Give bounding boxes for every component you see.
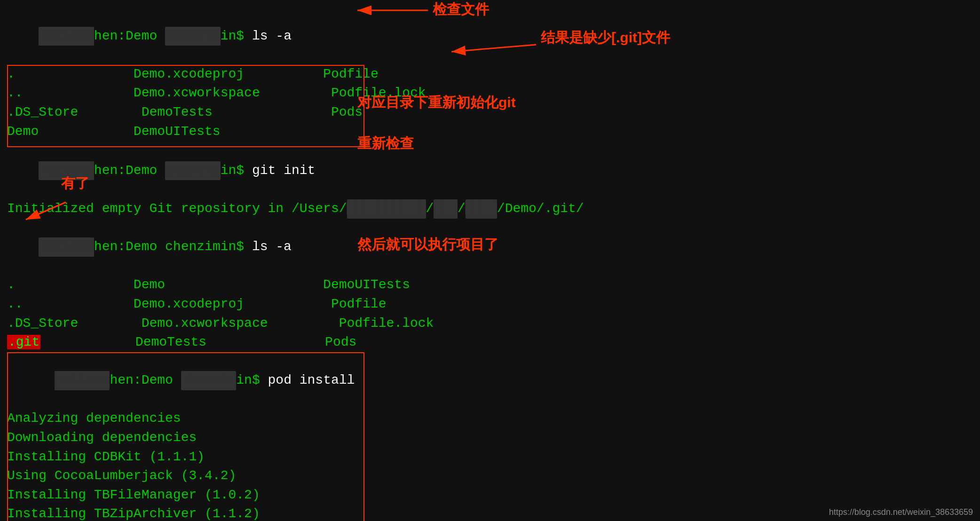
ls2-line-2: .. Demo.xcodeproj Podfile <box>7 295 973 314</box>
prompt-2: rattanchen:Demo chenzimin$ <box>39 163 252 178</box>
line-1: rattanchen:Demo chenzimin$ ls -a <box>7 8 973 65</box>
url-text: https://blog.csdn.net/weixin_38633659 <box>829 507 973 517</box>
pod-line-1: Analyzing dependencies <box>7 409 973 428</box>
ls2-line-3: .DS_Store Demo.xcworkspace Podfile.lock <box>7 314 973 333</box>
pod-line-2: Downloading dependencies <box>7 428 973 448</box>
ls-line-2: .. Demo.xcworkspace Podfile.lock <box>7 84 973 103</box>
line-git-init: rattanchen:Demo chenzimin$ git init <box>7 142 973 199</box>
ls-line-1: . Demo.xcodeproj Podfile <box>7 65 973 84</box>
pod-line-5: Installing TBFileManager (1.0.2) <box>7 486 973 505</box>
line-ls-2: rattanchen:Demo chenzimin$ ls -a <box>7 219 973 276</box>
ls-line-4: Demo DemoUITests <box>7 122 973 142</box>
git-highlight: .git <box>7 335 40 349</box>
git-init-output: Initialized empty Git repository in /Use… <box>7 199 973 219</box>
prompt-1: rattanchen:Demo chenzimin$ <box>39 29 252 43</box>
pod-line-3: Installing CDBKit (1.1.1) <box>7 448 973 467</box>
cmd-2: git init <box>252 163 315 178</box>
ls2-line-4: .git DemoTests Pods <box>7 333 973 352</box>
prompt-3: rattanchen:Demo chenzimin$ <box>39 239 252 254</box>
pod-line-4: Using CocoaLumberjack (3.4.2) <box>7 466 973 486</box>
cmd-4: pod install <box>268 373 355 387</box>
cmd-3: ls -a <box>252 239 292 254</box>
ls-line-3: .DS_Store DemoTests Pods <box>7 103 973 122</box>
line-pod-install: rattanchen:Demo chenzimin$ pod install <box>7 352 973 410</box>
pod-line-6: Installing TBZipArchiver (1.1.2) <box>7 505 973 521</box>
prompt-4: rattanchen:Demo chenzimin$ <box>55 373 268 387</box>
terminal-window: rattanchen:Demo chenzimin$ ls -a . Demo.… <box>0 0 980 521</box>
ls2-line-1: . Demo DemoUITests <box>7 276 973 295</box>
cmd-1: ls -a <box>252 29 292 43</box>
